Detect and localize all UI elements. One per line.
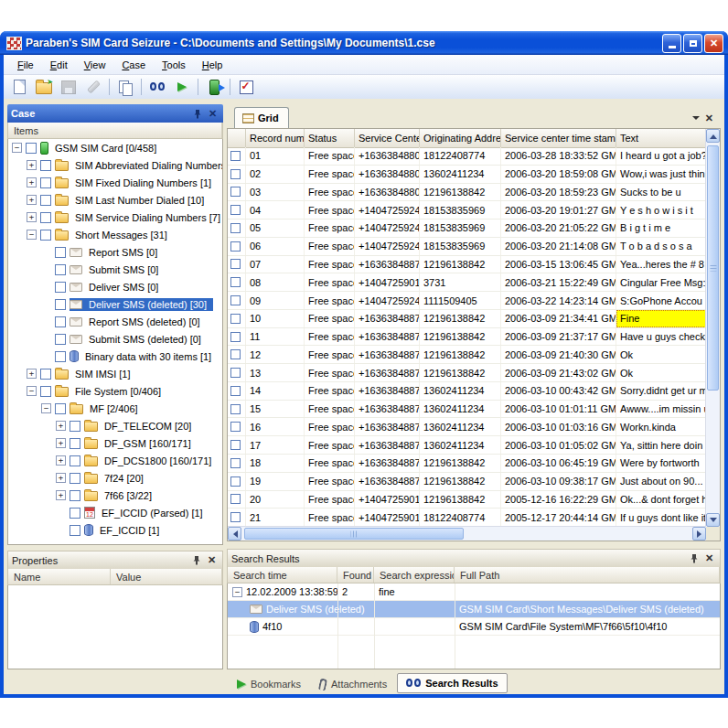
row-checkbox[interactable] (230, 277, 241, 287)
collapse-icon[interactable]: − (27, 230, 37, 240)
expand-icon[interactable]: + (27, 177, 37, 187)
table-row[interactable]: 18Free space+16363848870121961388422006-… (228, 455, 706, 473)
row-checkbox[interactable] (230, 295, 241, 305)
row-checkbox[interactable] (230, 332, 241, 342)
table-row[interactable]: 10Free space+16363848870121961388422006-… (228, 310, 706, 328)
collapse-icon[interactable]: − (12, 143, 22, 153)
acquire-tool-button[interactable] (81, 76, 105, 98)
tree-item[interactable]: +7f66 [3/22] (8, 487, 222, 504)
table-row[interactable]: 17Free space+16363848870136024112342006-… (228, 436, 706, 455)
tree-item[interactable]: +DF_DCS1800 [160/171] (8, 452, 222, 469)
tree-item[interactable]: +DF_TELECOM [20] (8, 417, 222, 434)
new-case-button[interactable] (7, 76, 31, 98)
tree-item[interactable]: Report SMS (deleted) [0] (8, 313, 222, 330)
scroll-left-button[interactable] (228, 527, 241, 541)
tree-item[interactable]: +SIM Service Dialing Numbers [7] (8, 209, 222, 226)
column-header-status[interactable]: Status (305, 129, 355, 147)
table-row[interactable]: 06Free space+14047259247181538359692006-… (228, 238, 706, 256)
bookmark-button[interactable] (170, 76, 194, 98)
tree-checkbox[interactable] (40, 195, 51, 206)
row-checkbox[interactable] (230, 259, 241, 269)
search-column-search-time[interactable]: Search time (228, 567, 337, 583)
table-row[interactable]: 02Free space+16363848801136024112342006-… (228, 166, 706, 184)
tree-checkbox[interactable] (40, 160, 51, 171)
expand-icon[interactable]: + (56, 473, 66, 483)
vertical-scroll-thumb[interactable] (707, 145, 719, 391)
search-column-search-expression[interactable]: Search expression (374, 567, 455, 583)
search-column-found[interactable]: Found (337, 567, 374, 583)
tree-item[interactable]: EF_ICCID [1] (8, 521, 222, 539)
row-checkbox[interactable] (230, 440, 241, 450)
table-row[interactable]: 14Free space+16363848870136024112342006-… (228, 382, 706, 401)
row-checkbox[interactable] (230, 458, 241, 468)
tree-checkbox[interactable] (70, 490, 80, 501)
menu-file[interactable]: File (9, 58, 42, 72)
menu-case[interactable]: Case (113, 58, 154, 72)
menu-view[interactable]: View (76, 58, 114, 72)
expand-icon[interactable]: + (27, 195, 37, 205)
collapse-icon[interactable]: − (27, 386, 37, 396)
row-checkbox[interactable] (230, 422, 241, 432)
menu-help[interactable]: Help (194, 58, 231, 72)
vertical-scrollbar[interactable] (705, 129, 720, 527)
tree-checkbox[interactable] (55, 282, 66, 293)
row-checkbox[interactable] (230, 512, 241, 522)
tree-checkbox[interactable] (70, 421, 80, 432)
tree-item[interactable]: Binary data with 30 items [1] (8, 348, 222, 365)
properties-column-name[interactable]: Name (8, 569, 111, 584)
tree-checkbox[interactable] (40, 177, 51, 188)
tree-checkbox[interactable] (70, 438, 80, 449)
tree-checkbox[interactable] (70, 525, 80, 536)
expand-icon[interactable]: + (27, 160, 37, 170)
tree-checkbox[interactable] (70, 508, 80, 519)
column-header-service-center[interactable]: Service Center (355, 129, 420, 147)
tree-item[interactable]: +DF_GSM [160/171] (8, 434, 222, 452)
menu-tools[interactable]: Tools (154, 58, 194, 72)
scroll-down-button[interactable] (706, 513, 720, 527)
menu-edit[interactable]: Edit (42, 58, 76, 72)
row-checkbox[interactable] (230, 223, 241, 233)
tree-checkbox[interactable] (55, 264, 66, 275)
column-header-originating-address[interactable]: Originating Address (420, 129, 501, 147)
search-result-row[interactable]: 4f10GSM SIM Card\File System\MF\7f66\5f1… (228, 618, 720, 636)
tree-item[interactable]: Deliver SMS (deleted) [30] (8, 295, 222, 313)
chevron-down-icon[interactable] (692, 116, 700, 123)
grid-close-button[interactable]: ✕ (705, 112, 713, 124)
table-row[interactable]: 19Free space+16363848870121961388422006-… (228, 473, 706, 491)
table-row[interactable]: 15Free space+16363848870136024112342006-… (228, 401, 706, 419)
maximize-button[interactable] (683, 34, 702, 53)
search-result-row[interactable]: −12.02.2009 13:38:592fine (228, 583, 720, 601)
expand-icon[interactable]: + (56, 421, 66, 431)
tree-checkbox[interactable] (40, 386, 51, 397)
scroll-right-button[interactable] (692, 527, 706, 541)
properties-close-button[interactable]: ✕ (205, 553, 219, 567)
collapse-icon[interactable]: − (232, 587, 242, 597)
table-row[interactable]: 01Free space+16363848801181224087742006-… (228, 147, 706, 166)
search-result-row[interactable]: Deliver SMS (deleted)GSM SIM Card\Short … (228, 601, 720, 618)
tree-checkbox[interactable] (40, 230, 51, 241)
tree-checkbox[interactable] (55, 351, 66, 362)
search-column-full-path[interactable]: Full Path (455, 567, 720, 583)
title-bar[interactable]: Paraben's SIM Card Seizure - C:\Document… (0, 31, 728, 55)
tab-search-results[interactable]: Search Results (397, 673, 507, 693)
tree-item[interactable]: Report SMS [0] (8, 243, 222, 261)
row-checkbox[interactable] (230, 169, 241, 179)
row-checkbox[interactable] (230, 187, 241, 197)
tree-item[interactable]: −Short Messages [31] (8, 226, 222, 243)
tree-checkbox[interactable] (55, 334, 66, 345)
verify-button[interactable] (234, 76, 258, 98)
tree-checkbox[interactable] (55, 316, 66, 327)
tab-grid[interactable]: Grid (234, 107, 289, 128)
row-checkbox[interactable] (230, 404, 241, 414)
row-checkbox[interactable] (230, 205, 241, 215)
horizontal-scroll-thumb[interactable] (244, 528, 464, 540)
table-row[interactable]: 03Free space+16363848801121961388422006-… (228, 184, 706, 202)
table-row[interactable]: 21Free space+14047259016181224087742005-… (228, 509, 706, 527)
column-header-record-number[interactable]: Record number (246, 129, 305, 147)
tree-checkbox[interactable] (55, 299, 66, 310)
tree-checkbox[interactable] (55, 403, 66, 414)
expand-icon[interactable]: + (27, 369, 37, 379)
acquire-device-button[interactable] (202, 76, 226, 98)
table-row[interactable]: 11Free space+16363848870121961388422006-… (228, 328, 706, 347)
tree-item[interactable]: Submit SMS [0] (8, 261, 222, 278)
